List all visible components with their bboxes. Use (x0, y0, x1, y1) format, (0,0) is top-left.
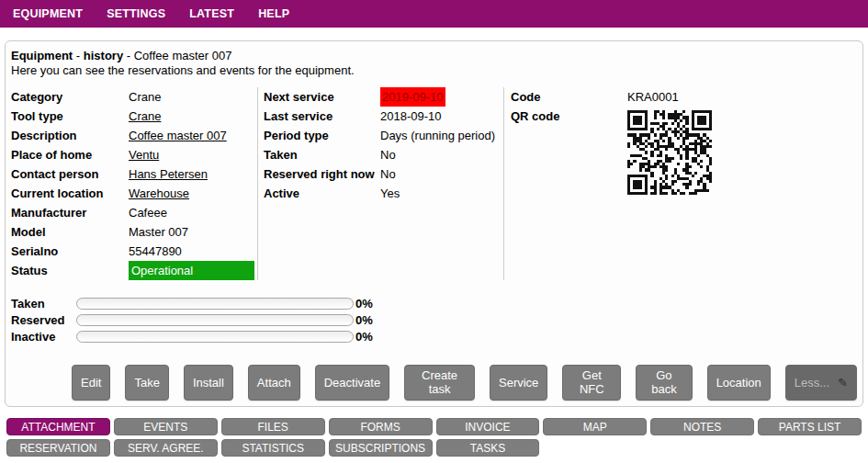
get-nfc-button[interactable]: Get NFC (562, 365, 621, 401)
tab-attachment[interactable]: ATTACHMENT (6, 418, 110, 435)
detail-label: Last service (264, 107, 380, 126)
details-column-code: Code KRA0001 QR code (504, 87, 857, 280)
create-task-button[interactable]: Create task (404, 365, 475, 401)
detail-row: Model Master 007 (11, 222, 257, 242)
qr-code-image (627, 107, 857, 195)
button-label: Go back (645, 368, 682, 396)
current-location-link[interactable]: Warehouse (129, 184, 257, 203)
detail-row: Last service 2018-09-10 (264, 107, 503, 126)
page-title: Equipment - history - Coffee master 007 (11, 49, 857, 63)
nav-equipment[interactable]: EQUIPMENT (13, 7, 83, 20)
progress-percent: 0% (355, 313, 373, 327)
taken-value: No (380, 145, 503, 164)
edit-button[interactable]: Edit (72, 365, 110, 401)
detail-row: Manufacturer Cafeee (11, 203, 257, 222)
detail-label: Reserved right now (264, 164, 380, 184)
progress-label: Taken (11, 297, 76, 311)
detail-row: Serialno 55447890 (11, 242, 257, 261)
button-label: Take (134, 376, 159, 390)
tab-notes[interactable]: NOTES (650, 418, 754, 435)
button-label: Edit (81, 376, 101, 390)
detail-row: Active Yes (264, 184, 503, 203)
reserved-right-now-value: No (380, 164, 503, 184)
reserved-progressbar (76, 314, 354, 326)
pencil-icon: ✎ (838, 377, 848, 389)
detail-row: Reserved right now No (264, 164, 503, 184)
attach-button[interactable]: Attach (248, 365, 300, 401)
detail-label: Manufacturer (11, 203, 129, 222)
go-back-button[interactable]: Go back (636, 365, 692, 401)
detail-label: Category (11, 87, 129, 107)
progress-row: Reserved 0% (11, 311, 857, 328)
install-button[interactable]: Install (184, 365, 233, 401)
detail-row: Period type Days (running period) (264, 126, 503, 145)
detail-row: Contact person Hans Petersen (11, 164, 257, 184)
title-separator: - (76, 49, 80, 62)
detail-label: Contact person (11, 164, 129, 184)
category-value: Crane (129, 87, 257, 107)
nav-settings[interactable]: SETTINGS (107, 7, 165, 20)
tool-type-link[interactable]: Crane (129, 107, 257, 126)
detail-row: Next service 2019-09-10 (264, 87, 503, 107)
take-button[interactable]: Take (125, 365, 168, 401)
details-column-general: Category Crane Tool type Crane Descripti… (11, 87, 258, 280)
tab-statistics[interactable]: STATISTICS (221, 439, 325, 457)
tab-files[interactable]: FILES (221, 418, 325, 435)
progress-label: Inactive (11, 330, 76, 344)
code-value: KRA0001 (627, 87, 857, 107)
detail-label: Model (11, 222, 129, 242)
detail-row: Tool type Crane (11, 107, 257, 126)
nav-latest[interactable]: LATEST (189, 7, 234, 20)
description-link[interactable]: Coffee master 007 (129, 126, 257, 145)
detail-row: Status Operational (11, 261, 257, 280)
detail-row: Code KRA0001 (511, 87, 857, 107)
inactive-progressbar (76, 331, 354, 343)
last-service-value: 2018-09-10 (380, 107, 503, 126)
title-section: history (84, 49, 123, 62)
location-button[interactable]: Location (707, 365, 771, 401)
progress-row: Inactive 0% (11, 328, 857, 344)
detail-label: Active (264, 184, 380, 203)
period-type-value: Days (running period) (380, 126, 503, 145)
less-button[interactable]: Less... ✎ (785, 365, 857, 401)
progress-label: Reserved (11, 313, 76, 327)
detail-label: Next service (264, 87, 380, 107)
tab-events[interactable]: EVENTS (114, 418, 218, 435)
equipment-detail-card: Equipment - history - Coffee master 007 … (5, 40, 863, 407)
button-label: Attach (257, 376, 291, 390)
progress-percent: 0% (355, 330, 373, 344)
page-subtitle: Here you can see the reservations and ev… (11, 63, 857, 78)
taken-progressbar (76, 298, 354, 310)
title-page: Equipment (11, 49, 73, 62)
top-navbar: EQUIPMENTSETTINGSLATESTHELP (0, 0, 868, 28)
detail-label: Tool type (11, 107, 129, 126)
detail-label: Status (11, 261, 129, 280)
model-value: Master 007 (129, 222, 257, 242)
contact-person-link[interactable]: Hans Petersen (129, 164, 257, 184)
detail-row: Current location Warehouse (11, 184, 257, 203)
detail-label: QR code (511, 107, 627, 195)
button-label: Less... (795, 376, 829, 390)
details-columns: Category Crane Tool type Crane Descripti… (11, 87, 857, 280)
deactivate-button[interactable]: Deactivate (315, 365, 389, 401)
tab-serv-agree[interactable]: SERV. AGREE. (114, 439, 218, 457)
tab-subscriptions[interactable]: SUBSCRIPTIONS (329, 439, 433, 457)
progress-section: Taken 0% Reserved 0% Inactive 0% (11, 295, 857, 344)
tab-parts-list[interactable]: PARTS LIST (758, 418, 862, 435)
title-separator: - (127, 49, 130, 62)
nav-help[interactable]: HELP (258, 7, 289, 20)
tab-forms[interactable]: FORMS (329, 418, 433, 435)
place-of-home-link[interactable]: Ventu (129, 145, 257, 164)
details-column-service: Next service 2019-09-10 Last service 201… (258, 87, 504, 280)
tab-reservation[interactable]: RESERVATION (6, 439, 110, 457)
detail-label: Place of home (11, 145, 129, 164)
tab-tasks[interactable]: TASKS (436, 439, 540, 457)
tab-map[interactable]: MAP (543, 418, 647, 435)
service-button[interactable]: Service (490, 365, 547, 401)
detail-label: Code (511, 87, 627, 107)
button-label: Create task (413, 368, 466, 396)
tab-invoice[interactable]: INVOICE (436, 418, 540, 435)
detail-label: Taken (264, 145, 380, 164)
action-buttons-row: Edit Take Install Attach Deactivate Crea… (72, 365, 857, 401)
button-label: Location (716, 376, 761, 390)
